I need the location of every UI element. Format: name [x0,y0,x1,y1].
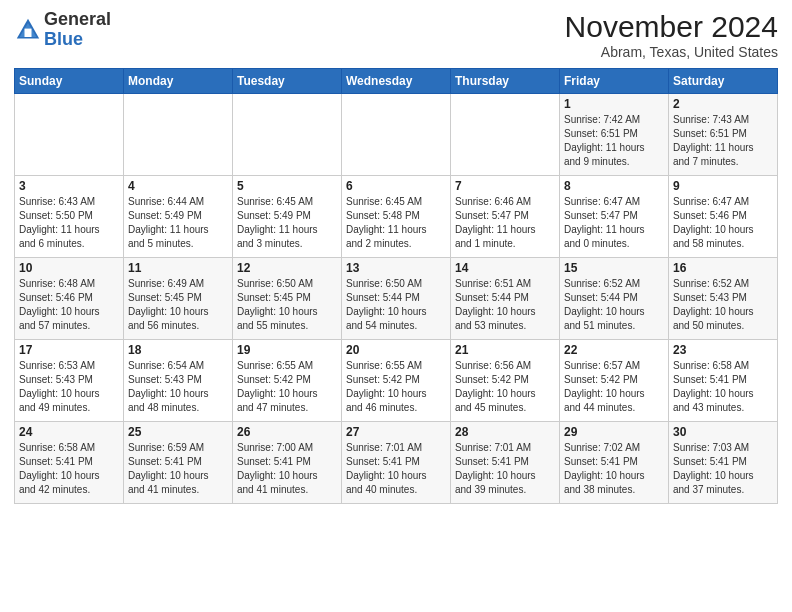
day-info: Sunrise: 6:52 AM Sunset: 5:44 PM Dayligh… [564,277,664,333]
day-info: Sunrise: 6:47 AM Sunset: 5:46 PM Dayligh… [673,195,773,251]
week-row-1: 1Sunrise: 7:42 AM Sunset: 6:51 PM Daylig… [15,94,778,176]
logo: General Blue [14,10,111,50]
day-number: 10 [19,261,119,275]
calendar-cell: 17Sunrise: 6:53 AM Sunset: 5:43 PM Dayli… [15,340,124,422]
day-info: Sunrise: 6:54 AM Sunset: 5:43 PM Dayligh… [128,359,228,415]
weekday-header-thursday: Thursday [451,69,560,94]
day-info: Sunrise: 6:44 AM Sunset: 5:49 PM Dayligh… [128,195,228,251]
day-number: 8 [564,179,664,193]
calendar-cell: 24Sunrise: 6:58 AM Sunset: 5:41 PM Dayli… [15,422,124,504]
calendar-cell: 9Sunrise: 6:47 AM Sunset: 5:46 PM Daylig… [669,176,778,258]
day-number: 13 [346,261,446,275]
calendar-cell: 20Sunrise: 6:55 AM Sunset: 5:42 PM Dayli… [342,340,451,422]
day-number: 29 [564,425,664,439]
day-number: 28 [455,425,555,439]
calendar-cell: 4Sunrise: 6:44 AM Sunset: 5:49 PM Daylig… [124,176,233,258]
day-info: Sunrise: 6:50 AM Sunset: 5:45 PM Dayligh… [237,277,337,333]
calendar-cell: 27Sunrise: 7:01 AM Sunset: 5:41 PM Dayli… [342,422,451,504]
day-number: 2 [673,97,773,111]
calendar-cell [15,94,124,176]
page-container: General Blue November 2024 Abram, Texas,… [0,0,792,512]
day-info: Sunrise: 6:56 AM Sunset: 5:42 PM Dayligh… [455,359,555,415]
day-number: 25 [128,425,228,439]
day-info: Sunrise: 6:45 AM Sunset: 5:49 PM Dayligh… [237,195,337,251]
calendar-cell: 15Sunrise: 6:52 AM Sunset: 5:44 PM Dayli… [560,258,669,340]
day-number: 16 [673,261,773,275]
calendar-cell: 5Sunrise: 6:45 AM Sunset: 5:49 PM Daylig… [233,176,342,258]
weekday-header-wednesday: Wednesday [342,69,451,94]
calendar-cell: 30Sunrise: 7:03 AM Sunset: 5:41 PM Dayli… [669,422,778,504]
day-number: 20 [346,343,446,357]
calendar-cell: 25Sunrise: 6:59 AM Sunset: 5:41 PM Dayli… [124,422,233,504]
day-info: Sunrise: 7:03 AM Sunset: 5:41 PM Dayligh… [673,441,773,497]
calendar-cell [233,94,342,176]
calendar-cell [124,94,233,176]
day-info: Sunrise: 7:02 AM Sunset: 5:41 PM Dayligh… [564,441,664,497]
day-number: 12 [237,261,337,275]
weekday-header-monday: Monday [124,69,233,94]
logo-blue-text: Blue [44,29,83,49]
calendar-cell: 14Sunrise: 6:51 AM Sunset: 5:44 PM Dayli… [451,258,560,340]
day-number: 9 [673,179,773,193]
day-info: Sunrise: 6:59 AM Sunset: 5:41 PM Dayligh… [128,441,228,497]
day-number: 23 [673,343,773,357]
day-info: Sunrise: 6:49 AM Sunset: 5:45 PM Dayligh… [128,277,228,333]
day-info: Sunrise: 6:43 AM Sunset: 5:50 PM Dayligh… [19,195,119,251]
page-header: General Blue November 2024 Abram, Texas,… [14,10,778,60]
day-number: 11 [128,261,228,275]
day-number: 18 [128,343,228,357]
day-info: Sunrise: 6:51 AM Sunset: 5:44 PM Dayligh… [455,277,555,333]
weekday-header-friday: Friday [560,69,669,94]
day-info: Sunrise: 6:53 AM Sunset: 5:43 PM Dayligh… [19,359,119,415]
logo-general-text: General [44,9,111,29]
day-info: Sunrise: 7:01 AM Sunset: 5:41 PM Dayligh… [455,441,555,497]
weekday-header-saturday: Saturday [669,69,778,94]
day-number: 17 [19,343,119,357]
day-info: Sunrise: 6:45 AM Sunset: 5:48 PM Dayligh… [346,195,446,251]
calendar-table: SundayMondayTuesdayWednesdayThursdayFrid… [14,68,778,504]
day-info: Sunrise: 6:46 AM Sunset: 5:47 PM Dayligh… [455,195,555,251]
calendar-cell: 13Sunrise: 6:50 AM Sunset: 5:44 PM Dayli… [342,258,451,340]
calendar-cell [342,94,451,176]
svg-rect-2 [25,28,32,36]
month-title: November 2024 [565,10,778,44]
day-info: Sunrise: 7:42 AM Sunset: 6:51 PM Dayligh… [564,113,664,169]
week-row-4: 17Sunrise: 6:53 AM Sunset: 5:43 PM Dayli… [15,340,778,422]
day-info: Sunrise: 6:47 AM Sunset: 5:47 PM Dayligh… [564,195,664,251]
day-info: Sunrise: 7:43 AM Sunset: 6:51 PM Dayligh… [673,113,773,169]
day-number: 30 [673,425,773,439]
calendar-cell: 26Sunrise: 7:00 AM Sunset: 5:41 PM Dayli… [233,422,342,504]
week-row-2: 3Sunrise: 6:43 AM Sunset: 5:50 PM Daylig… [15,176,778,258]
day-info: Sunrise: 6:48 AM Sunset: 5:46 PM Dayligh… [19,277,119,333]
day-info: Sunrise: 6:58 AM Sunset: 5:41 PM Dayligh… [19,441,119,497]
day-number: 27 [346,425,446,439]
calendar-cell: 1Sunrise: 7:42 AM Sunset: 6:51 PM Daylig… [560,94,669,176]
calendar-cell: 7Sunrise: 6:46 AM Sunset: 5:47 PM Daylig… [451,176,560,258]
day-info: Sunrise: 7:00 AM Sunset: 5:41 PM Dayligh… [237,441,337,497]
day-number: 7 [455,179,555,193]
logo-icon [14,16,42,44]
day-number: 26 [237,425,337,439]
calendar-cell: 6Sunrise: 6:45 AM Sunset: 5:48 PM Daylig… [342,176,451,258]
calendar-cell: 19Sunrise: 6:55 AM Sunset: 5:42 PM Dayli… [233,340,342,422]
day-info: Sunrise: 6:55 AM Sunset: 5:42 PM Dayligh… [346,359,446,415]
calendar-cell: 8Sunrise: 6:47 AM Sunset: 5:47 PM Daylig… [560,176,669,258]
week-row-3: 10Sunrise: 6:48 AM Sunset: 5:46 PM Dayli… [15,258,778,340]
day-info: Sunrise: 7:01 AM Sunset: 5:41 PM Dayligh… [346,441,446,497]
week-row-5: 24Sunrise: 6:58 AM Sunset: 5:41 PM Dayli… [15,422,778,504]
calendar-cell: 22Sunrise: 6:57 AM Sunset: 5:42 PM Dayli… [560,340,669,422]
day-number: 21 [455,343,555,357]
day-number: 22 [564,343,664,357]
calendar-cell: 12Sunrise: 6:50 AM Sunset: 5:45 PM Dayli… [233,258,342,340]
calendar-cell: 18Sunrise: 6:54 AM Sunset: 5:43 PM Dayli… [124,340,233,422]
calendar-cell [451,94,560,176]
location-text: Abram, Texas, United States [565,44,778,60]
day-number: 14 [455,261,555,275]
day-number: 15 [564,261,664,275]
calendar-cell: 16Sunrise: 6:52 AM Sunset: 5:43 PM Dayli… [669,258,778,340]
day-info: Sunrise: 6:55 AM Sunset: 5:42 PM Dayligh… [237,359,337,415]
calendar-cell: 2Sunrise: 7:43 AM Sunset: 6:51 PM Daylig… [669,94,778,176]
day-number: 1 [564,97,664,111]
day-number: 6 [346,179,446,193]
day-number: 5 [237,179,337,193]
